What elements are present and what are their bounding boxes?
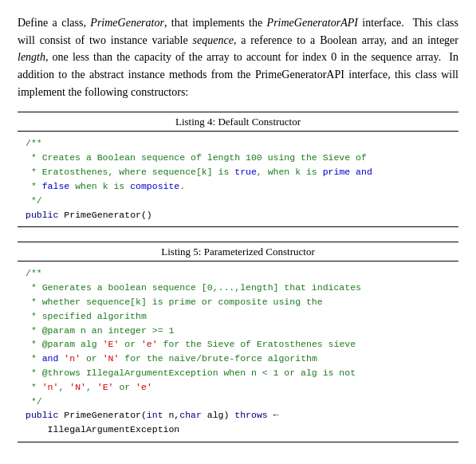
listing-4-block: Listing 4: Default Constructor /** * Cre… <box>18 112 458 227</box>
var-length: length <box>18 51 45 63</box>
listing-4-caption: Listing 4: Default Constructor <box>18 112 458 132</box>
listing-5-code: /** * Generates a boolean sequence [0,..… <box>18 261 458 442</box>
var-sequence: sequence <box>193 34 234 46</box>
intro-paragraph: Define a class, PrimeGenerator, that imp… <box>18 14 458 100</box>
listing-5-block: Listing 5: Parameterized Constructor /**… <box>18 242 458 442</box>
listing-4-code: /** * Creates a Boolean sequence of leng… <box>18 132 458 226</box>
classname-primegeneratorapi: PrimeGeneratorAPI <box>267 17 358 29</box>
classname-primegenerator: PrimeGenerator <box>90 17 164 29</box>
listing-5-caption: Listing 5: Parameterized Constructor <box>18 242 458 261</box>
